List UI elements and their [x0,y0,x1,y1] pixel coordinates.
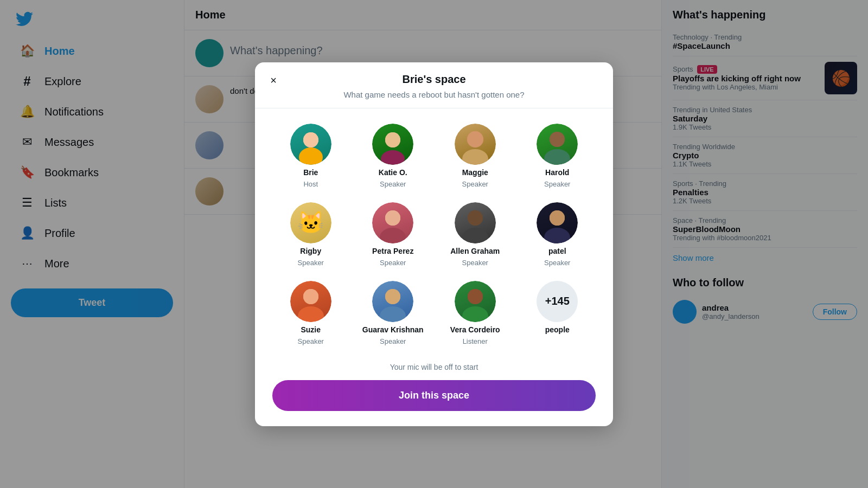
svg-point-23 [303,289,318,304]
mic-notice: Your mic will be off to start [272,363,596,371]
svg-point-19 [544,228,570,243]
svg-point-13 [380,228,406,243]
participant-name-brie: Brie [303,168,318,177]
participant-name-katie: Katie O. [379,168,407,177]
participant-avatar-brie [290,124,331,165]
svg-point-20 [550,210,565,226]
participant-name-allen: Allen Graham [450,247,500,255]
modal-overlay[interactable]: × Brie's space What game needs a reboot … [0,0,868,488]
svg-point-5 [385,132,400,147]
participant-avatar-katie [372,124,413,165]
participants-grid: Brie Host Katie O. Speaker Maggi [255,119,613,350]
svg-point-8 [467,131,483,147]
participant-name-maggie: Maggie [462,168,488,177]
svg-point-1 [299,147,323,165]
participant-role-maggie: Speaker [462,180,488,188]
participant-patel: patel Speaker [519,198,596,271]
modal-subtitle: What game needs a reboot but hasn't gott… [255,86,613,108]
modal-close-button[interactable]: × [264,71,283,91]
participant-avatar-suzie [290,281,331,322]
svg-point-29 [468,289,483,304]
participant-avatar-vera [455,281,496,322]
participant-petra: Petra Perez Speaker [355,198,432,271]
svg-point-22 [298,306,324,322]
participant-maggie: Maggie Speaker [437,119,514,192]
participant-avatar-guarav [372,281,413,322]
svg-point-10 [544,149,570,165]
participant-plus[interactable]: +145 people [519,277,596,350]
participant-role-suzie: Speaker [298,337,324,345]
modal-divider [255,108,613,108]
participant-name-suzie: Suzie [301,325,321,334]
participant-vera: Vera Cordeiro Listener [437,277,514,350]
participant-name-harold: Harold [545,168,569,177]
participant-avatar-petra [372,202,413,243]
participant-name-rigby: Rigby [300,247,321,255]
participant-role-allen: Speaker [462,259,488,267]
svg-point-2 [303,132,318,147]
participant-suzie: Suzie Speaker [272,277,349,350]
participant-role-rigby: Speaker [298,259,324,267]
modal-footer: Your mic will be off to start Join this … [255,350,613,426]
participant-avatar-maggie [455,124,496,165]
svg-point-4 [381,150,405,165]
svg-point-17 [468,210,483,226]
participant-role-patel: Speaker [544,259,570,267]
participant-rigby: 🐱 Rigby Speaker [272,198,349,271]
participant-brie: Brie Host [272,119,349,192]
join-space-button[interactable]: Join this space [272,380,596,411]
participant-role-harold: Speaker [544,180,570,188]
participant-name-vera: Vera Cordeiro [450,325,500,334]
svg-point-11 [550,132,565,147]
participant-avatar-patel [537,202,578,243]
participant-role-vera: Listener [463,337,488,345]
participant-avatar-allen [455,202,496,243]
participant-avatar-harold [537,124,578,165]
participant-guarav: Guarav Krishnan Speaker [355,277,432,350]
participant-allen: Allen Graham Speaker [437,198,514,271]
modal-header: × Brie's space [255,62,613,86]
plus-badge: +145 [537,281,578,322]
participant-role-guarav: Speaker [380,337,406,345]
participant-role-katie: Speaker [380,180,406,188]
svg-point-28 [462,306,488,322]
svg-point-14 [385,210,400,226]
participant-name-petra: Petra Perez [372,247,413,255]
participant-role-petra: Speaker [380,259,406,267]
svg-point-25 [380,306,406,322]
participant-katie: Katie O. Speaker [355,119,432,192]
participant-plus-label: people [545,325,570,334]
participant-name-patel: patel [548,247,566,255]
participant-name-guarav: Guarav Krishnan [362,325,424,334]
participant-role-brie: Host [303,180,318,188]
participant-avatar-rigby: 🐱 [290,202,331,243]
svg-point-26 [385,289,400,304]
modal-title: Brie's space [402,73,465,86]
participant-harold: Harold Speaker [519,119,596,192]
svg-point-16 [462,228,488,243]
spaces-modal: × Brie's space What game needs a reboot … [255,62,613,426]
svg-point-7 [462,149,488,165]
